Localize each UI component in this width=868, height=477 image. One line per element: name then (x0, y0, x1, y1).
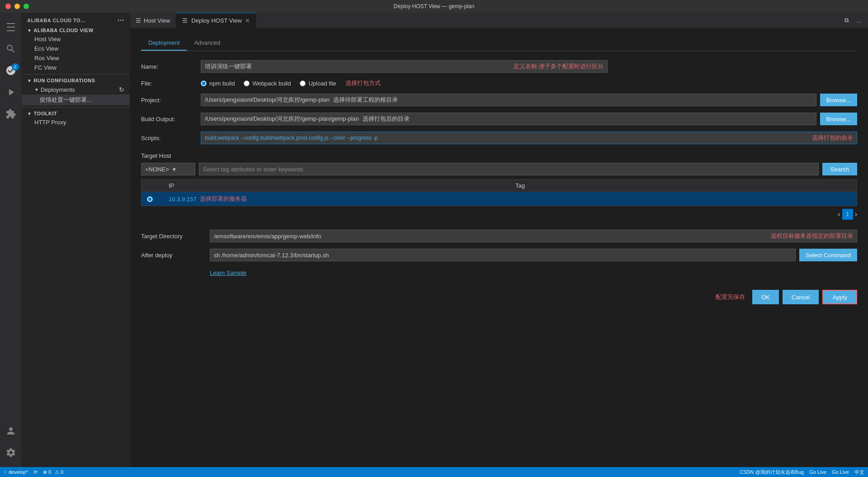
search-button[interactable]: Search (822, 163, 857, 175)
buttons-row: 配置完保存 OK Cancel Apply (141, 290, 857, 304)
status-bar: ⑂ develop* ⟳ ⊗ 0 ⚠ 0 CSDN @我的计划永远有Bug Go… (0, 467, 868, 477)
tag-input[interactable]: Select tag attributes or enter keywords (199, 163, 819, 175)
minimize-button[interactable] (14, 4, 20, 9)
project-input-row: /Users/pengxiaoni/Desktop/河北疾控/gemp-plan… (201, 94, 857, 106)
table-col-radio-header (142, 179, 163, 192)
activity-git[interactable]: 2 (0, 60, 22, 81)
chevron-down-icon-deploy: ▼ (34, 87, 39, 92)
project-value: /Users/pengxiaoni/Desktop/河北疾控/gemp-plan (205, 96, 330, 104)
chevron-down-icon-toolkit: ▼ (27, 111, 32, 116)
row-radio[interactable] (147, 196, 153, 202)
build-output-row: Build Output: /Users/pengxiaoni/Desktop/… (141, 113, 857, 125)
sub-tabs: Deployment Advanced (141, 36, 857, 51)
split-editor-button[interactable]: ⧉ (841, 15, 852, 26)
branch-status[interactable]: ⑂ develop* (4, 469, 28, 475)
scripts-wrapper: build:webpack --config build/webpack.pro… (201, 132, 857, 144)
close-button[interactable] (5, 4, 11, 9)
sidebar-item-ros-view[interactable]: Ros View (22, 53, 130, 63)
config-save-hint: 配置完保存 (716, 293, 745, 301)
sync-icon: ⟳ (33, 469, 38, 475)
target-dir-label: Target Directory (141, 233, 204, 240)
sidebar-toolkit-group[interactable]: ▼ TOOLKIT (22, 109, 130, 118)
tag-placeholder: Select tag attributes or enter keywords (203, 166, 303, 173)
panel-icon: ☰ (136, 17, 141, 24)
page-1-button[interactable]: 1 (842, 209, 853, 220)
after-deploy-input[interactable]: sh /home/admin/tomcat-7.12.3/bn/startup.… (210, 249, 796, 261)
project-input-wrapper: /Users/pengxiaoni/Desktop/河北疾控/gemp-plan… (201, 94, 816, 106)
form-section: Name: 定义名称,便于多个配置时进行区分 File: npm build (141, 60, 857, 304)
errors-status[interactable]: ⊗ 0 ⚠ 0 (43, 469, 63, 475)
more-actions-button[interactable]: … (854, 15, 864, 26)
activity-search[interactable] (0, 38, 22, 60)
activity-settings[interactable] (0, 442, 22, 463)
sidebar-run-configs-group[interactable]: ▼ RUN CONFIGURATIONS (22, 76, 130, 85)
sidebar-item-host-view[interactable]: Host View (22, 34, 130, 44)
row-ip-cell: 10.3.9.157 选择部署的服务器 (163, 192, 510, 206)
target-dir-value: /emsoftware/em/emis/app/gemp-web/info (214, 233, 767, 240)
status-golive2[interactable]: Go Live (832, 469, 849, 475)
after-deploy-label: After deploy (141, 252, 204, 259)
radio-upload[interactable]: Upload file (300, 80, 336, 87)
editor-area: ☰ Host View ☰ Deploy HOST View × ⧉ … Dep… (130, 13, 868, 467)
table-header: IP Tag (142, 179, 857, 192)
row-tag-cell (510, 196, 857, 202)
table-col-tag-header: Tag (510, 179, 857, 192)
cancel-button[interactable]: Cancel (783, 290, 819, 304)
sidebar-http-proxy[interactable]: HTTP Proxy (22, 118, 130, 127)
page-prev-icon[interactable]: ‹ (838, 210, 840, 218)
none-select[interactable]: <NONE> ▾ (141, 163, 195, 175)
target-dir-hint: 远程目标服务器指定的部署目录 (771, 232, 853, 240)
branch-name: develop* (9, 469, 28, 475)
sidebar-deploy-item[interactable]: 疫情处置一键部署... (22, 94, 130, 105)
project-browse-button[interactable]: Browse... (820, 94, 857, 106)
learn-sample-link[interactable]: Learn Sample (141, 269, 857, 276)
project-label: Project: (141, 97, 195, 104)
status-left: ⑂ develop* ⟳ ⊗ 0 ⚠ 0 (4, 469, 63, 475)
sync-status[interactable]: ⟳ (33, 469, 38, 475)
page-next-icon[interactable]: › (855, 210, 857, 218)
ok-button[interactable]: OK (752, 290, 779, 304)
content-area: Deployment Advanced Name: 定义名称,便于多个配置时进行… (130, 28, 868, 467)
window-title: Deploy HOST View — gemp-plan (394, 3, 474, 9)
refresh-icon[interactable]: ↻ (119, 86, 124, 93)
after-deploy-inner-row: sh /home/admin/tomcat-7.12.3/bn/startup.… (210, 249, 857, 261)
sidebar-item-fc-view[interactable]: FC View (22, 63, 130, 72)
host-table: IP Tag 10.3.9.157 选择部署的服务器 (141, 179, 857, 206)
radio-npm[interactable]: npm build (201, 80, 235, 87)
learn-sample-text: Learn Sample (210, 269, 246, 276)
file-row: File: npm build Webpack build Upload (141, 79, 857, 87)
tab-advanced[interactable]: Advanced (187, 36, 227, 51)
build-output-browse-button[interactable]: Browse... (820, 113, 857, 125)
activity-run[interactable] (0, 81, 22, 103)
tab-icon: ☰ (182, 17, 188, 24)
select-command-button[interactable]: Select Command (799, 249, 857, 261)
deploy-host-view-tab[interactable]: ☰ Deploy HOST View × (176, 13, 256, 28)
status-right: CSDN @我的计划永远有Bug Go Live Go Live 中文 (740, 469, 864, 476)
sidebar-deployments-group[interactable]: ▼ Deployments ↻ (22, 85, 130, 94)
maximize-button[interactable] (24, 4, 29, 9)
activity-account[interactable] (0, 420, 22, 442)
activity-bar: 2 (0, 13, 22, 467)
sidebar: ALIBABA CLOUD TO... ··· ▼ ALIBABA CLOUD … (22, 13, 130, 467)
sidebar-more-icon[interactable]: ··· (118, 16, 124, 24)
host-view-panel-btn[interactable]: ☰ Host View (130, 13, 176, 28)
file-label: File: (141, 80, 195, 87)
tab-close-icon[interactable]: × (245, 17, 250, 24)
activity-explorer[interactable] (0, 16, 22, 38)
radio-webpack[interactable]: Webpack build (244, 80, 291, 87)
scripts-row: Scripts: build:webpack --config build/we… (141, 132, 857, 144)
tab-deployment[interactable]: Deployment (141, 36, 187, 51)
status-golive1[interactable]: Go Live (809, 469, 826, 475)
target-dir-row: Target Directory /emsoftware/em/emis/app… (141, 230, 857, 242)
title-bar: Deploy HOST View — gemp-plan (0, 0, 868, 13)
errors-text: ⊗ 0 (43, 469, 51, 475)
scripts-label: Scripts: (141, 135, 195, 142)
name-input[interactable] (205, 63, 510, 70)
traffic-lights (5, 4, 29, 9)
target-host-row: <NONE> ▾ Select tag attributes or enter … (141, 163, 857, 175)
sidebar-item-ecs-view[interactable]: Ecs View (22, 44, 130, 53)
apply-button[interactable]: Apply (822, 290, 857, 304)
activity-extensions[interactable] (0, 103, 22, 125)
sidebar-cloud-view-group[interactable]: ▼ ALIBABA CLOUD VIEW (22, 26, 130, 34)
table-row[interactable]: 10.3.9.157 选择部署的服务器 (142, 192, 857, 206)
